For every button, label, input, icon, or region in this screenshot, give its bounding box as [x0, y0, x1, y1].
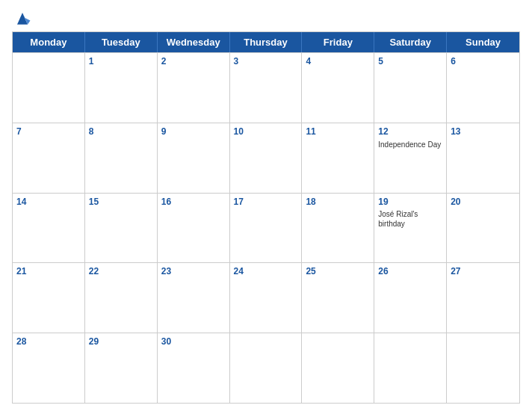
- calendar-cell: 10: [230, 123, 303, 193]
- calendar: MondayTuesdayWednesdayThursdayFridaySatu…: [12, 31, 520, 404]
- calendar-cell: 9: [158, 123, 230, 193]
- day-header-sunday: Sunday: [447, 32, 519, 52]
- calendar-cell: [302, 333, 374, 403]
- calendar-cell: 26: [374, 263, 447, 333]
- day-number: 3: [234, 55, 298, 68]
- calendar-cell: 15: [85, 194, 158, 263]
- calendar-header: MondayTuesdayWednesdayThursdayFridaySatu…: [13, 32, 519, 52]
- day-number: 23: [161, 265, 226, 278]
- calendar-body: 123456789101112Independence Day131415161…: [13, 52, 519, 403]
- day-number: 2: [161, 55, 226, 68]
- day-number: 9: [161, 126, 226, 138]
- calendar-cell: 14: [13, 194, 85, 263]
- day-number: 25: [306, 265, 370, 278]
- day-number: 1: [89, 55, 153, 68]
- calendar-cell: 13: [447, 123, 519, 193]
- day-number: 7: [16, 126, 81, 138]
- day-number: 19: [378, 196, 442, 208]
- calendar-cell: 7: [13, 123, 85, 193]
- day-number: 16: [161, 196, 226, 208]
- event-label: José Rizal's birthday: [378, 209, 442, 229]
- day-number: 27: [451, 265, 516, 278]
- calendar-week-1: 123456: [13, 52, 519, 123]
- day-number: 11: [306, 126, 370, 138]
- calendar-cell: 16: [158, 194, 230, 263]
- calendar-week-5: 282930: [13, 333, 519, 403]
- day-number: 24: [234, 265, 298, 278]
- calendar-cell: 22: [85, 263, 158, 333]
- day-number: 26: [378, 265, 442, 278]
- day-number: 5: [378, 55, 442, 68]
- calendar-cell: 2: [158, 53, 230, 123]
- day-number: 28: [16, 336, 81, 348]
- day-number: 20: [451, 196, 516, 208]
- logo: [12, 7, 36, 28]
- calendar-cell: 25: [302, 263, 374, 333]
- day-number: 18: [306, 196, 370, 208]
- calendar-cell: 6: [447, 53, 519, 123]
- calendar-week-3: 141516171819José Rizal's birthday20: [13, 193, 519, 263]
- calendar-cell: 5: [374, 53, 447, 123]
- day-number: 6: [451, 55, 516, 68]
- day-number: 14: [16, 196, 81, 208]
- calendar-cell: 8: [85, 123, 158, 193]
- calendar-cell: 21: [13, 263, 85, 333]
- event-label: Independence Day: [378, 140, 442, 149]
- calendar-cell: 17: [230, 194, 303, 263]
- calendar-cell: 24: [230, 263, 303, 333]
- calendar-cell: 19José Rizal's birthday: [374, 194, 447, 263]
- calendar-cell: 23: [158, 263, 230, 333]
- calendar-cell: 18: [302, 194, 374, 263]
- calendar-cell: 29: [85, 333, 158, 403]
- calendar-cell: 28: [13, 333, 85, 403]
- calendar-cell: 11: [302, 123, 374, 193]
- day-number: 10: [234, 126, 298, 138]
- day-header-monday: Monday: [13, 32, 85, 52]
- day-number: 13: [451, 126, 516, 138]
- page-header: [12, 7, 520, 28]
- day-number: 4: [306, 55, 370, 68]
- day-number: 12: [378, 126, 442, 138]
- day-number: 8: [89, 126, 153, 138]
- calendar-cell: 27: [447, 263, 519, 333]
- calendar-cell: 3: [230, 53, 303, 123]
- calendar-week-4: 21222324252627: [13, 262, 519, 333]
- calendar-cell: 12Independence Day: [374, 123, 447, 193]
- day-number: 29: [89, 336, 153, 348]
- calendar-cell: [447, 333, 519, 403]
- day-header-friday: Friday: [302, 32, 374, 52]
- calendar-cell: [374, 333, 447, 403]
- day-number: 17: [234, 196, 298, 208]
- calendar-cell: 20: [447, 194, 519, 263]
- day-number: 22: [89, 265, 153, 278]
- day-header-wednesday: Wednesday: [158, 32, 230, 52]
- day-number: 15: [89, 196, 153, 208]
- day-header-thursday: Thursday: [230, 32, 303, 52]
- logo-icon: [12, 7, 33, 28]
- day-number: 21: [16, 265, 81, 278]
- calendar-page: MondayTuesdayWednesdayThursdayFridaySatu…: [0, 0, 532, 411]
- calendar-cell: 30: [158, 333, 230, 403]
- calendar-cell: [13, 53, 85, 123]
- day-header-saturday: Saturday: [374, 32, 447, 52]
- calendar-week-2: 789101112Independence Day13: [13, 123, 519, 193]
- day-header-tuesday: Tuesday: [85, 32, 158, 52]
- calendar-cell: 4: [302, 53, 374, 123]
- calendar-cell: 1: [85, 53, 158, 123]
- day-number: 30: [161, 336, 226, 348]
- calendar-cell: [230, 333, 303, 403]
